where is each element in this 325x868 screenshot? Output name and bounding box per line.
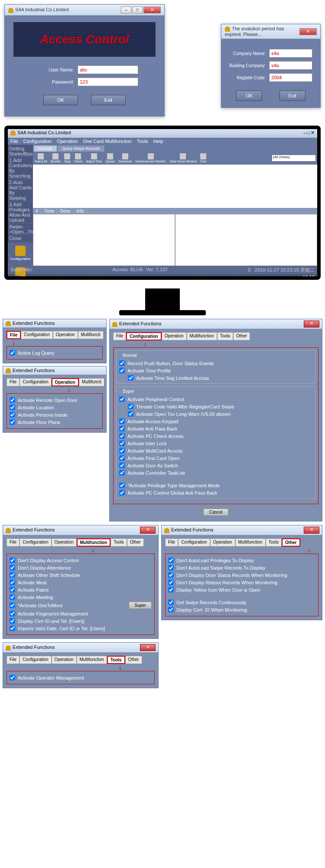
tab-other[interactable]: Other: [127, 538, 144, 547]
tab-operation[interactable]: Operation: [52, 538, 77, 547]
tab-tools[interactable]: Tools: [266, 538, 282, 547]
tool-clear-event-window[interactable]: Clear Event Window: [169, 153, 197, 163]
checkbox[interactable]: [10, 412, 15, 418]
side-task[interactable]: Close: [9, 235, 32, 242]
checkbox[interactable]: [10, 611, 15, 616]
checkbox[interactable]: [10, 557, 15, 563]
checkbox[interactable]: [119, 483, 125, 488]
tab-multifunction[interactable]: Multifunction: [77, 656, 107, 664]
checkbox[interactable]: [168, 557, 174, 563]
tool-download-and-monitor[interactable]: Download And Monitor: [135, 153, 166, 163]
username-input[interactable]: [78, 65, 138, 74]
tool-check[interactable]: Check: [74, 153, 83, 163]
tab-operation[interactable]: Operation: [52, 378, 79, 386]
building-input[interactable]: [269, 61, 312, 70]
checkbox[interactable]: [10, 618, 15, 624]
checkbox[interactable]: [10, 602, 15, 608]
tab-operation[interactable]: Operation: [53, 331, 78, 339]
checkbox[interactable]: [10, 565, 15, 570]
checkbox[interactable]: [119, 368, 125, 373]
tab-configuration[interactable]: Configuration: [178, 538, 210, 547]
close-button[interactable]: ✕: [140, 527, 156, 534]
checkbox[interactable]: [128, 404, 133, 409]
tab-other[interactable]: Other: [233, 332, 250, 340]
exit-button[interactable]: Exit: [280, 91, 306, 101]
menu-file[interactable]: File: [10, 139, 18, 144]
password-input[interactable]: [78, 78, 138, 86]
side-task[interactable]: 3.Add Privileges Allow And Upload: [9, 201, 32, 223]
checkbox[interactable]: [119, 448, 125, 453]
checkbox[interactable]: [10, 419, 15, 425]
checkbox[interactable]: [119, 418, 125, 424]
checkbox[interactable]: [168, 587, 174, 593]
checkbox[interactable]: [10, 580, 15, 585]
tab-file[interactable]: File: [6, 656, 20, 664]
tab-multifunction[interactable]: Multifunction: [77, 538, 111, 547]
tab-other[interactable]: Other: [125, 656, 142, 664]
checkbox[interactable]: [119, 470, 125, 476]
tool-find[interactable]: Find: [200, 153, 206, 163]
close-button[interactable]: ✕: [140, 644, 156, 651]
menu-operation[interactable]: Operation: [57, 139, 78, 144]
checkbox[interactable]: [119, 455, 125, 461]
ok-button[interactable]: OK: [236, 91, 262, 101]
tab-other[interactable]: Other: [282, 538, 300, 547]
tab-operation[interactable]: Operation: [52, 656, 77, 664]
side-task[interactable]: Getting StartedBasic: [9, 146, 32, 157]
close-button[interactable]: ✕: [304, 321, 319, 327]
minimize-button[interactable]: –: [121, 6, 131, 13]
tool-select-all[interactable]: Select All: [35, 153, 47, 163]
menu-configuration[interactable]: Configuration: [23, 139, 52, 144]
tab-tools[interactable]: Tools: [217, 332, 233, 340]
exit-button[interactable]: Exit: [91, 95, 126, 105]
checkbox[interactable]: [119, 396, 125, 402]
side-task[interactable]: Swipe->Open...Then: [9, 223, 32, 235]
side-task[interactable]: 1.Add Controllers By Searching: [9, 157, 32, 179]
tool-monitor[interactable]: Monitor: [51, 153, 61, 163]
tool-upload[interactable]: Upload: [105, 153, 115, 163]
tab-multifunction[interactable]: Multifunction: [187, 332, 217, 340]
checkbox[interactable]: [119, 433, 125, 439]
checkbox[interactable]: [128, 375, 133, 381]
tool-adjust-time[interactable]: Adjust Time: [86, 153, 102, 163]
close-button[interactable]: ✕: [304, 527, 319, 534]
zone-select[interactable]: (All Zones): [272, 155, 315, 161]
checkbox[interactable]: [128, 411, 133, 417]
tab-configuration[interactable]: Configuration: [126, 332, 162, 340]
tab-file[interactable]: File: [6, 331, 21, 339]
tab-query-swipe-records[interactable]: Query Swipe Records: [58, 146, 104, 152]
menu-one-card-multifunction[interactable]: One Card Multifunction: [83, 139, 132, 144]
checkbox[interactable]: [10, 350, 15, 356]
side-task[interactable]: 2.Auto Add Cards By Swiping: [9, 179, 32, 201]
checkbox[interactable]: [10, 405, 15, 410]
checkbox[interactable]: [10, 397, 15, 403]
system-tray[interactable]: 10:192018-11-27: [290, 275, 315, 276]
tab-file[interactable]: File: [6, 538, 20, 547]
tab-configuration[interactable]: Configuration: [20, 538, 51, 547]
code-input[interactable]: [269, 73, 312, 82]
menu-tools[interactable]: Tools: [137, 139, 148, 144]
close-button[interactable]: ✕: [299, 28, 317, 35]
checkbox[interactable]: [168, 580, 174, 585]
checkbox[interactable]: [119, 463, 125, 468]
tab-operation[interactable]: Operation: [162, 332, 187, 340]
tab-multifuncti[interactable]: Multifuncti: [78, 331, 104, 339]
tool-stop[interactable]: Stop: [64, 153, 70, 163]
checkbox[interactable]: [10, 594, 15, 600]
company-input[interactable]: [269, 49, 312, 58]
tab-file[interactable]: File: [6, 378, 20, 386]
tab-configuration[interactable]: Configuration: [21, 331, 52, 339]
ok-button[interactable]: OK: [43, 95, 78, 105]
tab-console[interactable]: Console: [34, 146, 57, 152]
maximize-button[interactable]: □: [132, 6, 143, 13]
checkbox[interactable]: [119, 360, 125, 366]
menu-help[interactable]: Help: [153, 139, 163, 144]
tab-configuration[interactable]: Configuration: [20, 378, 51, 386]
checkbox[interactable]: [168, 565, 174, 570]
tab-file[interactable]: File: [165, 538, 178, 547]
checkbox[interactable]: [10, 675, 15, 680]
tab-tools[interactable]: Tools: [110, 538, 127, 547]
checkbox[interactable]: [10, 587, 15, 593]
tab-operation[interactable]: Operation: [210, 538, 235, 547]
checkbox[interactable]: [168, 599, 174, 605]
